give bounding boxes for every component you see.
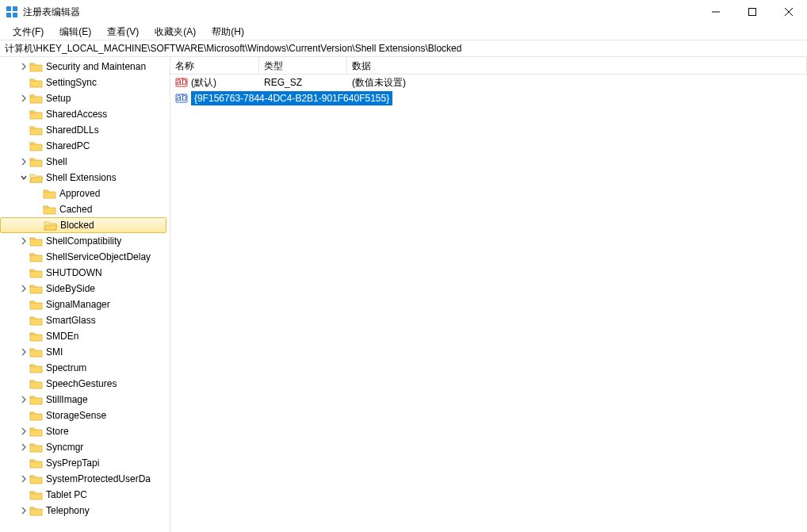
- folder-icon: [29, 442, 43, 453]
- menu-view[interactable]: 查看(V): [99, 24, 147, 40]
- tree-item-label: Spectrum: [46, 362, 86, 373]
- tree-item-label: SMI: [46, 346, 63, 358]
- tree-item[interactable]: Setup: [0, 90, 170, 106]
- list-header: 名称 类型 数据: [170, 57, 807, 75]
- value-type: REG_SZ: [264, 77, 302, 88]
- window-title: 注册表编辑器: [23, 6, 698, 19]
- menu-file[interactable]: 文件(F): [5, 24, 52, 40]
- folder-icon: [29, 346, 43, 358]
- tree-item-label: SignalManager: [46, 299, 110, 310]
- tree-item-label: SystemProtectedUserDa: [46, 473, 151, 484]
- tree-item[interactable]: SideBySide: [0, 281, 170, 297]
- expand-icon[interactable]: [18, 442, 29, 453]
- list-row[interactable]: ab (默认) REG_SZ (数值未设置): [170, 75, 807, 90]
- folder-icon: [29, 378, 43, 389]
- tree-item[interactable]: SettingSync: [0, 75, 170, 90]
- tree-item[interactable]: Shell Extensions: [0, 170, 170, 186]
- tree-item-label: SHUTDOWN: [46, 267, 102, 278]
- col-header-data[interactable]: 数据: [347, 57, 807, 74]
- folder-icon: [43, 204, 56, 215]
- minimize-button[interactable]: [698, 0, 734, 24]
- tree-item[interactable]: Cached: [0, 201, 170, 217]
- folder-icon: [43, 188, 56, 199]
- expand-icon[interactable]: [18, 93, 29, 104]
- menu-help[interactable]: 帮助(H): [204, 24, 252, 40]
- tree-item[interactable]: Tablet PC: [0, 487, 170, 503]
- tree-item[interactable]: SharedAccess: [0, 106, 170, 122]
- window-controls: [698, 0, 807, 24]
- expand-icon[interactable]: [18, 473, 29, 484]
- tree-item[interactable]: Syncmgr: [0, 439, 170, 455]
- list-body[interactable]: ab (默认) REG_SZ (数值未设置) ab {9F156763-7844…: [170, 75, 807, 532]
- list-row-editing[interactable]: ab {9F156763-7844-4DC4-B2B1-901F640F5155…: [170, 90, 807, 106]
- tree-pane[interactable]: Security and MaintenanSettingSyncSetupSh…: [0, 57, 170, 532]
- tree-item[interactable]: SharedDLLs: [0, 122, 170, 138]
- tree-item-label: SharedDLLs: [46, 124, 99, 136]
- list-pane: 名称 类型 数据 ab (默认) REG_SZ (数值未设置) ab {9F15…: [170, 57, 807, 532]
- tree-item[interactable]: SHUTDOWN: [0, 265, 170, 281]
- col-header-name[interactable]: 名称: [170, 57, 259, 74]
- expand-icon[interactable]: [18, 235, 29, 247]
- collapse-icon[interactable]: [18, 172, 29, 183]
- svg-rect-0: [6, 6, 11, 11]
- folder-icon: [29, 140, 43, 151]
- tree-item-label: Syncmgr: [46, 442, 83, 453]
- folder-icon: [29, 362, 43, 373]
- tree-item[interactable]: SystemProtectedUserDa: [0, 471, 170, 487]
- svg-rect-2: [6, 13, 11, 17]
- tree-item[interactable]: SMI: [0, 344, 170, 360]
- no-expand-icon: [18, 140, 29, 151]
- close-button[interactable]: [771, 0, 807, 24]
- tree-item[interactable]: Approved: [0, 186, 170, 201]
- expand-icon[interactable]: [18, 61, 29, 72]
- expand-icon[interactable]: [18, 346, 29, 358]
- no-expand-icon: [18, 251, 29, 262]
- tree-item[interactable]: Spectrum: [0, 360, 170, 376]
- expand-icon[interactable]: [18, 394, 29, 405]
- tree-item[interactable]: Blocked: [0, 217, 166, 233]
- tree-item-label: ShellServiceObjectDelay: [46, 251, 151, 262]
- folder-icon: [29, 331, 43, 342]
- folder-icon: [29, 93, 43, 104]
- tree-item[interactable]: SharedPC: [0, 138, 170, 154]
- tree-item[interactable]: SmartGlass: [0, 312, 170, 328]
- no-expand-icon: [18, 489, 29, 500]
- tree-item[interactable]: SMDEn: [0, 328, 170, 344]
- string-value-icon: ab: [175, 92, 188, 105]
- expand-icon[interactable]: [18, 505, 29, 516]
- tree-item[interactable]: Security and Maintenan: [0, 59, 170, 75]
- folder-icon: [29, 124, 43, 136]
- tree-item-label: Security and Maintenan: [46, 61, 146, 72]
- menu-favorites[interactable]: 收藏夹(A): [147, 24, 204, 40]
- expand-icon[interactable]: [18, 283, 29, 294]
- expand-icon[interactable]: [18, 156, 29, 167]
- tree-item[interactable]: StorageSense: [0, 408, 170, 423]
- address-bar[interactable]: 计算机\HKEY_LOCAL_MACHINE\SOFTWARE\Microsof…: [0, 40, 807, 57]
- maximize-button[interactable]: [734, 0, 771, 24]
- tree-item-label: Tablet PC: [46, 489, 87, 500]
- tree-item[interactable]: SignalManager: [0, 297, 170, 312]
- no-expand-icon: [18, 331, 29, 342]
- tree-item[interactable]: SysPrepTapi: [0, 455, 170, 471]
- tree-item[interactable]: Store: [0, 423, 170, 439]
- rename-input[interactable]: {9F156763-7844-4DC4-B2B1-901F640F5155}: [191, 91, 392, 105]
- no-expand-icon: [18, 109, 29, 120]
- col-header-type[interactable]: 类型: [259, 57, 347, 74]
- tree-item-label: SideBySide: [46, 283, 95, 294]
- folder-icon: [29, 283, 43, 294]
- tree-item-label: SpeechGestures: [46, 378, 117, 389]
- tree-item[interactable]: StillImage: [0, 392, 170, 408]
- tree-item[interactable]: Shell: [0, 154, 170, 170]
- tree-item[interactable]: ShellServiceObjectDelay: [0, 249, 170, 265]
- tree-item-label: StorageSense: [46, 410, 106, 421]
- folder-icon: [29, 77, 43, 88]
- tree-item[interactable]: ShellCompatibility: [0, 233, 170, 249]
- expand-icon[interactable]: [18, 426, 29, 437]
- folder-icon: [29, 251, 43, 262]
- no-expand-icon: [18, 315, 29, 326]
- tree-item[interactable]: Telephony: [0, 503, 170, 519]
- tree-item[interactable]: SpeechGestures: [0, 376, 170, 392]
- tree-item-label: SharedPC: [46, 140, 90, 151]
- menu-edit[interactable]: 编辑(E): [52, 24, 99, 40]
- no-expand-icon: [18, 362, 29, 373]
